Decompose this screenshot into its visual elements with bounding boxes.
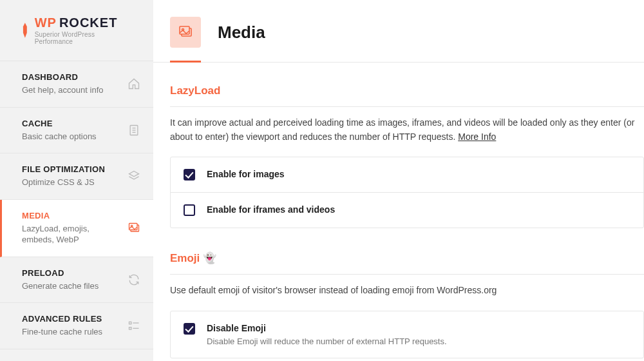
- option-label: Disable Emoji: [207, 323, 447, 333]
- nav-item-file-optimization[interactable]: FILE OPTIMIZATIONOptimize CSS & JS: [0, 153, 153, 200]
- tab-indicator: [170, 61, 201, 63]
- main: Media LazyLoad It can improve actual and…: [153, 0, 644, 361]
- options-box: Disable Emoji Disable Emoji will reduce …: [170, 311, 644, 358]
- nav-title: PRELOAD: [22, 268, 99, 278]
- nav-sub: Basic cache options: [22, 131, 97, 142]
- option-label: Enable for iframes and videos: [207, 204, 335, 215]
- nav-title: DASHBOARD: [22, 72, 103, 82]
- nav-sub: Optimize CSS & JS: [22, 177, 105, 188]
- svg-rect-13: [180, 26, 189, 34]
- page-header: Media: [153, 0, 644, 63]
- refresh-icon: [128, 273, 140, 286]
- section-heading: Emoji 👻: [170, 251, 644, 265]
- list-icon: [128, 320, 140, 333]
- logo-tagline: Superior WordPress Performance: [35, 31, 133, 45]
- media-icon: [178, 24, 193, 40]
- layers-icon: [128, 170, 140, 182]
- option-disable-emoji[interactable]: Disable Emoji Disable Emoji will reduce …: [171, 311, 643, 358]
- nav-title: FILE OPTIMIZATION: [22, 164, 105, 174]
- nav: DASHBOARDGet help, account info CACHEBas…: [0, 61, 153, 349]
- nav-sub: Generate cache files: [22, 280, 99, 292]
- content: LazyLoad It can improve actual and perce…: [153, 63, 644, 358]
- nav-item-media[interactable]: MEDIALazyLoad, emojis, embeds, WebP: [0, 200, 153, 257]
- media-icon: [128, 222, 140, 235]
- svg-rect-9: [129, 327, 131, 329]
- section-description: Use default emoji of visitor's browser i…: [170, 274, 644, 308]
- nav-sub: Fine-tune cache rules: [22, 326, 102, 338]
- nav-title: CACHE: [22, 119, 97, 128]
- svg-marker-4: [129, 171, 139, 177]
- page-title: Media: [218, 23, 265, 43]
- option-enable-images[interactable]: Enable for images: [171, 157, 643, 192]
- file-icon: [128, 124, 140, 137]
- section-emoji: Emoji 👻 Use default emoji of visitor's b…: [170, 251, 644, 358]
- nav-sub: LazyLoad, emojis, embeds, WebP: [22, 223, 112, 246]
- nav-item-advanced-rules[interactable]: ADVANCED RULESFine-tune cache rules: [0, 303, 153, 349]
- options-box: Enable for images Enable for iframes and…: [170, 157, 644, 228]
- logo-rocket: ROCKET: [59, 15, 117, 30]
- sidebar: WPROCKET Superior WordPress Performance …: [0, 0, 153, 361]
- svg-rect-8: [129, 322, 131, 324]
- nav-item-cache[interactable]: CACHEBasic cache options: [0, 108, 153, 154]
- more-info-link[interactable]: More Info: [458, 132, 496, 142]
- option-enable-iframes[interactable]: Enable for iframes and videos: [171, 192, 643, 228]
- rocket-icon: [21, 23, 30, 38]
- page-icon-box: [170, 17, 201, 48]
- nav-item-preload[interactable]: PRELOADGenerate cache files: [0, 257, 153, 304]
- nav-title: ADVANCED RULES: [22, 314, 102, 324]
- logo: WPROCKET Superior WordPress Performance: [0, 0, 153, 61]
- nav-title: MEDIA: [22, 211, 112, 220]
- home-icon: [128, 77, 140, 90]
- option-sublabel: Disable Emoji will reduce the number of …: [207, 337, 447, 346]
- svg-rect-6: [129, 223, 138, 229]
- nav-sub: Get help, account info: [22, 84, 103, 96]
- section-heading: LazyLoad: [170, 84, 644, 97]
- checkbox[interactable]: [184, 169, 195, 180]
- section-description: It can improve actual and perceived load…: [170, 106, 644, 154]
- nav-item-dashboard[interactable]: DASHBOARDGet help, account info: [0, 61, 153, 108]
- checkbox[interactable]: [184, 323, 195, 335]
- section-lazyload: LazyLoad It can improve actual and perce…: [170, 84, 644, 228]
- option-label: Enable for images: [207, 169, 285, 179]
- logo-wp: WP: [35, 15, 57, 30]
- checkbox[interactable]: [184, 204, 195, 216]
